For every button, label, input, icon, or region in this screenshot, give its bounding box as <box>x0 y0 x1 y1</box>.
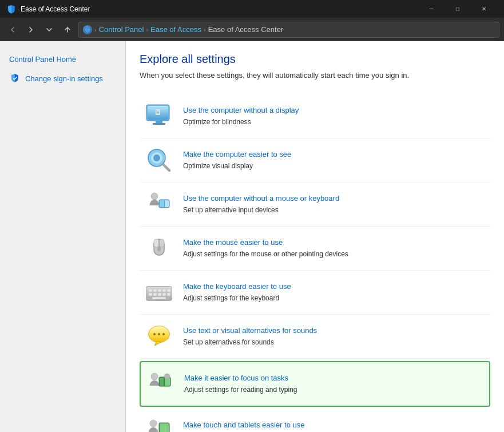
setting-item-easier-mouse[interactable]: Make the mouse easier to use Adjust sett… <box>140 227 490 271</box>
setting-text-focus-tasks: Make it easier to focus on tasks Adjust … <box>184 374 485 394</box>
setting-desc-visual-sounds: Set up alternatives for sounds <box>183 338 274 346</box>
svg-rect-29 <box>167 289 170 292</box>
svg-rect-19 <box>154 239 159 247</box>
setting-desc-no-mouse-keyboard: Set up alternative input devices <box>183 206 279 214</box>
close-button[interactable]: ✕ <box>471 0 497 18</box>
setting-link-touch-tablets[interactable]: Make touch and tablets easier to use <box>183 421 486 429</box>
sidebar: Control Panel Home Change sign-in settin… <box>0 41 126 432</box>
setting-text-no-display: Use the computer without a display Optim… <box>183 106 486 126</box>
svg-rect-27 <box>158 289 161 292</box>
back-button[interactable] <box>5 22 21 38</box>
path-sep-2: › <box>146 26 148 33</box>
sidebar-item-change-signin[interactable]: Change sign-in settings <box>0 68 125 89</box>
sidebar-item-control-panel-home[interactable]: Control Panel Home <box>0 50 125 68</box>
svg-point-48 <box>150 420 157 427</box>
svg-point-41 <box>162 333 165 335</box>
setting-link-easier-mouse[interactable]: Make the mouse easier to use <box>183 238 486 247</box>
settings-list: 🖥 Use the computer without a display Opt… <box>140 94 490 432</box>
setting-item-no-display[interactable]: 🖥 Use the computer without a display Opt… <box>140 94 490 138</box>
address-bar: › Control Panel › Ease of Access › Ease … <box>0 18 504 41</box>
svg-rect-26 <box>153 289 157 292</box>
setting-link-focus-tasks[interactable]: Make it easier to focus on tasks <box>184 374 485 382</box>
setting-text-touch-tablets: Make touch and tablets easier to use Adj… <box>183 421 486 432</box>
setting-icon-easier-mouse <box>144 233 174 263</box>
up-button[interactable] <box>59 22 76 38</box>
setting-item-easier-to-see[interactable]: Make the computer easier to see Optimize… <box>140 138 490 183</box>
svg-point-47 <box>164 374 170 379</box>
setting-text-no-mouse-keyboard: Use the computer without a mouse or keyb… <box>183 194 486 215</box>
sidebar-label-control-panel-home: Control Panel Home <box>9 55 76 64</box>
path-ease-of-access[interactable]: Ease of Access <box>150 25 201 34</box>
setting-icon-easier-keyboard <box>144 278 174 307</box>
title-bar-title: Ease of Access Center <box>21 5 418 13</box>
path-globe-icon <box>83 25 92 34</box>
svg-rect-44 <box>160 378 164 386</box>
setting-item-touch-tablets[interactable]: Make touch and tablets easier to use Adj… <box>140 409 490 432</box>
setting-icon-no-mouse-keyboard <box>144 189 174 219</box>
setting-icon-touch-tablets <box>144 416 174 432</box>
path-control-panel[interactable]: Control Panel <box>99 25 144 34</box>
address-path[interactable]: › Control Panel › Ease of Access › Ease … <box>78 22 499 38</box>
svg-point-11 <box>153 154 160 161</box>
svg-line-13 <box>163 164 169 171</box>
shield-icon <box>9 73 21 84</box>
title-bar-icon <box>7 5 16 14</box>
section-subtitle: When you select these settings, they wil… <box>140 70 490 81</box>
path-ease-of-access-center: Ease of Access Center <box>208 25 284 34</box>
svg-rect-33 <box>162 293 166 296</box>
setting-desc-easier-to-see: Optimize visual display <box>183 162 253 170</box>
setting-icon-easier-to-see <box>144 145 174 175</box>
svg-rect-16 <box>160 200 164 207</box>
svg-text:🖥: 🖥 <box>154 108 162 117</box>
setting-link-easier-to-see[interactable]: Make the computer easier to see <box>183 150 486 158</box>
forward-button[interactable] <box>23 22 39 38</box>
setting-icon-no-display: 🖥 <box>144 101 174 131</box>
setting-link-no-display[interactable]: Use the computer without a display <box>183 106 486 114</box>
setting-desc-easier-keyboard: Adjust settings for the keyboard <box>183 294 279 302</box>
setting-desc-easier-mouse: Adjust settings for the mouse or other p… <box>183 250 348 258</box>
main-window: Control Panel Home Change sign-in settin… <box>0 41 504 432</box>
svg-point-14 <box>151 193 158 200</box>
svg-rect-20 <box>159 239 164 247</box>
svg-point-39 <box>153 333 156 335</box>
watermark: wsxdn.com <box>461 408 493 415</box>
setting-item-focus-tasks[interactable]: Make it easier to focus on tasks Adjust … <box>140 361 490 407</box>
path-sep-1: › <box>94 26 97 33</box>
svg-rect-25 <box>149 289 152 292</box>
svg-rect-7 <box>153 123 165 125</box>
svg-point-22 <box>157 247 161 251</box>
svg-rect-30 <box>149 293 152 296</box>
title-bar-controls: ─ □ ✕ <box>418 0 497 18</box>
path-sep-3: › <box>204 26 206 33</box>
svg-rect-32 <box>158 293 161 296</box>
setting-desc-no-display: Optimize for blindness <box>183 118 251 126</box>
setting-link-no-mouse-keyboard[interactable]: Use the computer without a mouse or keyb… <box>183 194 486 203</box>
sidebar-label-change-signin: Change sign-in settings <box>25 74 103 83</box>
setting-text-easier-keyboard: Make the keyboard easier to use Adjust s… <box>183 282 486 303</box>
svg-rect-34 <box>167 293 170 296</box>
svg-rect-28 <box>162 289 166 292</box>
setting-icon-visual-sounds <box>144 322 174 351</box>
content-area: Explore all settings When you select the… <box>126 41 504 432</box>
svg-rect-17 <box>165 200 169 207</box>
svg-rect-31 <box>153 293 157 296</box>
setting-item-visual-sounds[interactable]: Use text or visual alternatives for soun… <box>140 315 490 359</box>
setting-text-visual-sounds: Use text or visual alternatives for soun… <box>183 326 486 347</box>
recent-pages-button[interactable] <box>41 22 57 38</box>
section-title: Explore all settings <box>140 53 490 66</box>
setting-link-easier-keyboard[interactable]: Make the keyboard easier to use <box>183 282 486 291</box>
svg-rect-50 <box>160 423 169 432</box>
minimize-button[interactable]: ─ <box>418 0 445 18</box>
setting-text-easier-mouse: Make the mouse easier to use Adjust sett… <box>183 238 486 259</box>
maximize-button[interactable]: □ <box>445 0 471 18</box>
setting-desc-focus-tasks: Adjust settings for reading and typing <box>184 386 297 394</box>
setting-icon-focus-tasks <box>145 369 175 399</box>
setting-text-easier-to-see: Make the computer easier to see Optimize… <box>183 150 486 171</box>
setting-item-no-mouse-keyboard[interactable]: Use the computer without a mouse or keyb… <box>140 183 490 227</box>
svg-rect-6 <box>156 121 162 123</box>
svg-point-42 <box>151 373 158 380</box>
setting-item-easier-keyboard[interactable]: Make the keyboard easier to use Adjust s… <box>140 271 490 315</box>
setting-link-visual-sounds[interactable]: Use text or visual alternatives for soun… <box>183 326 486 335</box>
title-bar: Ease of Access Center ─ □ ✕ <box>0 0 504 18</box>
svg-rect-35 <box>152 297 166 299</box>
